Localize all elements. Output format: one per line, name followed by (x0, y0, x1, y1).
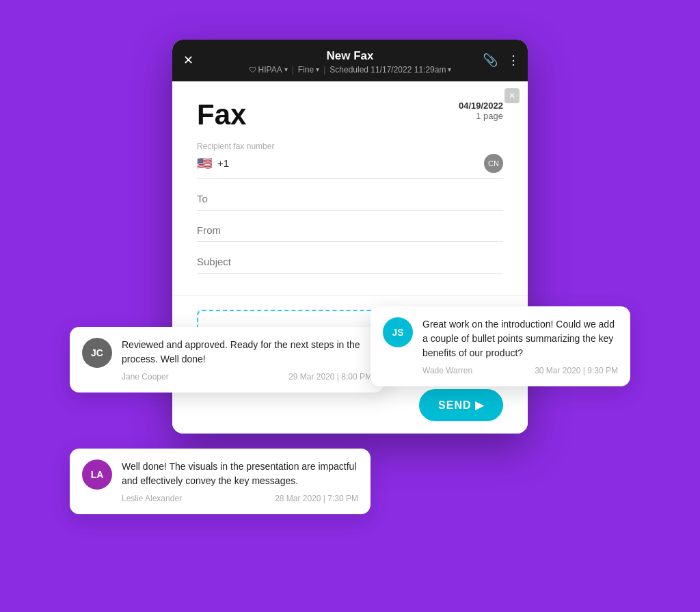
recipient-label: Recipient fax number (197, 142, 503, 151)
comment-text-leslie: Well done! The visuals in the presentati… (122, 460, 358, 488)
comment-content-leslie: Well done! The visuals in the presentati… (122, 460, 358, 503)
comment-text-jane: Reviewed and approved. Ready for the nex… (122, 338, 372, 367)
fax-cover: ✕ Fax 04/19/2022 1 page Recipient fax nu… (172, 81, 528, 295)
header-icons: 📎 ⋮ (483, 53, 520, 68)
comment-meta-jane: Jane Cooper 29 Mar 2020 | 8:00 PM (122, 372, 372, 382)
fax-cover-header: Fax 04/19/2022 1 page (197, 101, 503, 129)
from-field[interactable] (197, 219, 503, 242)
send-button[interactable]: SEND ▶ (419, 389, 503, 421)
more-options-icon[interactable]: ⋮ (507, 53, 520, 68)
avatar-jc: JC (82, 338, 112, 368)
modal-title-text: New Fax (185, 49, 515, 63)
modal-title: New Fax 🛡 HIPAA ▾ | Fine ▾ | Scheduled 1… (185, 49, 515, 75)
scheduled-label[interactable]: Scheduled 11/17/2022 11:29am ▾ (329, 65, 451, 75)
comment-content-wade: Great work on the introduction! Could we… (422, 317, 618, 375)
recipient-field-group: Recipient fax number 🇺🇸 +1 CN (197, 142, 503, 179)
fax-title: Fax (197, 101, 246, 129)
comment-author-jane: Jane Cooper (122, 372, 169, 382)
comment-author-leslie: Leslie Alexander (122, 494, 182, 503)
scene: ✕ New Fax 🛡 HIPAA ▾ | Fine ▾ | (70, 40, 630, 573)
comment-text-wade: Great work on the introduction! Could we… (422, 317, 618, 360)
hipaa-dropdown-icon: ▾ (284, 66, 288, 73)
comment-meta-leslie: Leslie Alexander 28 Mar 2020 | 7:30 PM (122, 494, 358, 503)
subject-field[interactable] (197, 250, 503, 274)
modal-header: ✕ New Fax 🛡 HIPAA ▾ | Fine ▾ | (172, 40, 528, 81)
fax-cover-close-button[interactable]: ✕ (504, 88, 520, 103)
modal-subtitle: 🛡 HIPAA ▾ | Fine ▾ | Scheduled 11/17/202… (185, 65, 515, 75)
phone-prefix: +1 (217, 157, 229, 169)
country-flag[interactable]: 🇺🇸 (197, 156, 212, 171)
quality-dropdown-icon: ▾ (316, 66, 319, 73)
avatar-js: JS (383, 317, 413, 347)
contacts-icon[interactable]: CN (484, 154, 503, 173)
to-field[interactable] (197, 187, 503, 211)
comment-author-wade: Wade Warren (422, 366, 472, 375)
comment-card-jane: JC Reviewed and approved. Ready for the … (70, 327, 384, 393)
schedule-dropdown-icon: ▾ (448, 66, 451, 73)
fax-pages: 1 page (459, 111, 503, 121)
comment-meta-wade: Wade Warren 30 Mar 2020 | 9:30 PM (422, 366, 618, 375)
comment-content-jane: Reviewed and approved. Ready for the nex… (122, 338, 372, 382)
close-button[interactable]: ✕ (183, 53, 193, 68)
fax-date: 04/19/2022 (459, 101, 503, 111)
quality-selector[interactable]: Fine ▾ (298, 65, 319, 75)
avatar-la: LA (82, 460, 112, 490)
divider2: | (323, 65, 325, 75)
divider: | (292, 65, 294, 75)
shield-icon: 🛡 (249, 66, 256, 74)
comment-card-leslie: LA Well done! The visuals in the present… (70, 449, 371, 514)
fax-date-info: 04/19/2022 1 page (459, 101, 503, 121)
comment-time-jane: 29 Mar 2020 | 8:00 PM (288, 372, 372, 382)
attachment-icon[interactable]: 📎 (483, 53, 498, 68)
comment-time-wade: 30 Mar 2020 | 9:30 PM (535, 366, 618, 375)
comment-card-wade: JS Great work on the introduction! Could… (371, 306, 630, 386)
phone-row: 🇺🇸 +1 CN (197, 154, 503, 179)
comment-time-leslie: 28 Mar 2020 | 7:30 PM (275, 494, 358, 503)
hipaa-badge[interactable]: 🛡 HIPAA ▾ (249, 65, 288, 75)
